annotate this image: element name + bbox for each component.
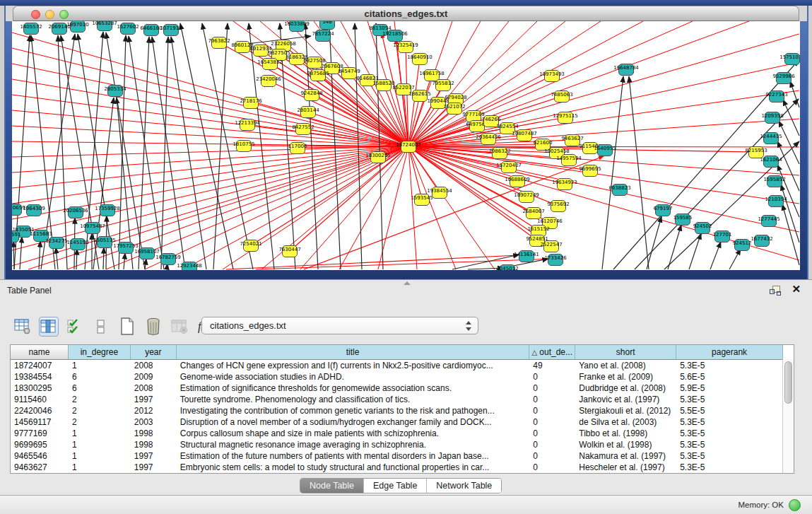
- graph-node[interactable]: 1527602: [120, 23, 136, 35]
- table-cell[interactable]: 5.3E-5: [676, 450, 783, 462]
- table-cell[interactable]: 2: [69, 405, 131, 416]
- graph-node[interactable]: 1588520: [376, 79, 392, 91]
- table-cell[interactable]: de Silva et al. (2003): [575, 416, 676, 428]
- table-cell[interactable]: Investigating the contribution of common…: [177, 405, 530, 416]
- graph-node[interactable]: 159585: [675, 214, 690, 226]
- network-canvas[interactable]: 1872400779638228960128891293423226058982…: [12, 21, 800, 270]
- graph-node[interactable]: 6466160: [143, 24, 159, 36]
- float-panel-icon[interactable]: [770, 286, 781, 296]
- table-row[interactable]: 1456911722003Disruption of a novel membe…: [11, 416, 783, 428]
- table-cell[interactable]: 5.3E-5: [676, 416, 783, 428]
- graph-node[interactable]: 8938823: [612, 184, 628, 196]
- graph-node[interactable]: 10975487: [85, 222, 100, 234]
- graph-node[interactable]: 1593545: [414, 194, 430, 206]
- graph-node[interactable]: 8427552: [295, 123, 311, 135]
- graph-node[interactable]: 19218506: [387, 30, 403, 42]
- table-cell[interactable]: 1997: [131, 462, 177, 473]
- table-cell[interactable]: 19384554: [11, 371, 69, 382]
- column-header-short[interactable]: short: [575, 345, 676, 359]
- table-cell[interactable]: 0: [529, 405, 575, 416]
- graph-node[interactable]: 1505135: [97, 236, 112, 248]
- table-cell[interactable]: 1997: [131, 394, 177, 405]
- graph-node[interactable]: 1810755: [236, 140, 252, 152]
- table-cell[interactable]: 0: [529, 450, 575, 462]
- column-header-pagerank[interactable]: pagerank: [676, 345, 783, 359]
- table-row[interactable]: 1938455462009Genome-wide association stu…: [11, 371, 783, 382]
- table-cell[interactable]: Yano et al. (2008): [575, 360, 676, 371]
- table-cell[interactable]: 5.3E-5: [676, 394, 783, 405]
- graph-node[interactable]: 12213394: [240, 119, 255, 131]
- table-cell[interactable]: 2012: [131, 405, 177, 416]
- table-cell[interactable]: 5.3E-5: [676, 428, 783, 439]
- table-row[interactable]: 946362711997Embryonic stem cells: a mode…: [11, 462, 783, 473]
- graph-node[interactable]: 18640910: [412, 53, 428, 65]
- table-cell[interactable]: Estimation of the future numbers of pati…: [177, 450, 530, 462]
- table-cell[interactable]: 18724007: [11, 360, 69, 371]
- graph-node[interactable]: 16958107: [139, 247, 155, 259]
- table-row[interactable]: 946554611997Estimation of the future num…: [11, 450, 783, 462]
- table-cell[interactable]: 1998: [131, 428, 177, 439]
- table-cell[interactable]: Stergiakouli et al. (2012): [575, 405, 676, 416]
- table-cell[interactable]: 2003: [131, 416, 177, 428]
- graph-node[interactable]: 16648784: [618, 64, 634, 76]
- graph-node[interactable]: 10688609: [510, 175, 525, 187]
- table-cell[interactable]: 9463627: [11, 462, 69, 473]
- table-cell[interactable]: Disruption of a novel member of a sodium…: [177, 416, 530, 428]
- graph-node[interactable]: 2522547: [543, 240, 559, 252]
- table-cell[interactable]: 0: [529, 394, 575, 405]
- table-cell[interactable]: 1: [69, 428, 131, 439]
- graph-node[interactable]: 18907249: [519, 191, 534, 203]
- graph-node[interactable]: 8454749: [341, 67, 357, 79]
- graph-node[interactable]: 19384554: [432, 187, 447, 199]
- graph-node[interactable]: 1234275: [49, 237, 64, 249]
- tab-edge-table[interactable]: Edge Table: [363, 479, 426, 493]
- table-cell[interactable]: 2: [69, 416, 131, 428]
- table-cell[interactable]: Wolkin et al. (1998): [575, 439, 676, 450]
- delete-table-icon[interactable]: [143, 317, 163, 337]
- graph-node[interactable]: 17359928: [100, 204, 115, 216]
- graph-node[interactable]: 679197: [655, 204, 671, 216]
- table-cell[interactable]: Corpus callosum shape and size in male p…: [177, 428, 530, 439]
- show-columns-icon[interactable]: [39, 317, 59, 337]
- table-cell[interactable]: 1: [69, 450, 131, 462]
- table-cell[interactable]: 5.5E-5: [676, 405, 783, 416]
- table-cell[interactable]: Jankovic et al. (1997): [575, 394, 676, 405]
- graph-node[interactable]: 7963822: [211, 37, 227, 49]
- graph-node[interactable]: 1964309: [26, 204, 42, 216]
- table-cell[interactable]: 9699695: [11, 439, 69, 450]
- column-header-out-de-[interactable]: △out_de...: [529, 345, 575, 359]
- graph-node[interactable]: 7485063: [554, 90, 570, 103]
- table-cell[interactable]: 2009: [131, 371, 177, 382]
- table-cell[interactable]: Structural magnetic resonance image aver…: [177, 439, 530, 450]
- table-cell[interactable]: Genome-wide association studies in ADHD.: [177, 371, 530, 382]
- column-header-title[interactable]: title: [177, 345, 530, 359]
- graph-node[interactable]: 17957253: [118, 242, 134, 254]
- graph-node[interactable]: 18300295: [370, 151, 386, 163]
- graph-node[interactable]: 1677432: [754, 235, 770, 247]
- tab-network-table[interactable]: Network Table: [426, 479, 501, 493]
- table-cell[interactable]: Tourette syndrome. Phenomenology and cla…: [177, 394, 530, 405]
- table-cell[interactable]: 49: [529, 360, 575, 371]
- graph-node[interactable]: 1862615: [412, 90, 428, 102]
- graph-node[interactable]: 23420046: [261, 75, 276, 87]
- graph-node[interactable]: 1277445: [761, 215, 777, 227]
- table-cell[interactable]: 1997: [131, 450, 177, 462]
- table-row[interactable]: 977716911998Corpus callosum shape and si…: [11, 428, 783, 439]
- table-row[interactable]: 1830029562008Estimation of significance …: [11, 382, 783, 394]
- graph-node[interactable]: 12325419: [398, 41, 413, 53]
- new-table-icon[interactable]: [117, 317, 137, 337]
- table-cell[interactable]: Dudbridge et al. (2008): [575, 382, 676, 394]
- table-selector-dropdown[interactable]: citations_edges.txt: [201, 317, 478, 334]
- graph-node[interactable]: 1405572: [23, 23, 39, 35]
- graph-node[interactable]: 391591: [12, 230, 19, 243]
- table-cell[interactable]: 0: [529, 382, 575, 394]
- table-cell[interactable]: 5.9E-5: [676, 382, 783, 394]
- graph-node[interactable]: 9242848: [304, 89, 319, 101]
- graph-node[interactable]: 9227343: [769, 90, 784, 103]
- graph-node[interactable]: 7254021: [243, 240, 259, 252]
- graph-node[interactable]: 9875685: [310, 69, 326, 81]
- table-cell[interactable]: 1: [69, 439, 131, 450]
- graph-node[interactable]: 10973493: [544, 70, 560, 82]
- table-cell[interactable]: 5.3E-5: [676, 462, 783, 473]
- graph-node[interactable]: 2684067: [526, 207, 541, 219]
